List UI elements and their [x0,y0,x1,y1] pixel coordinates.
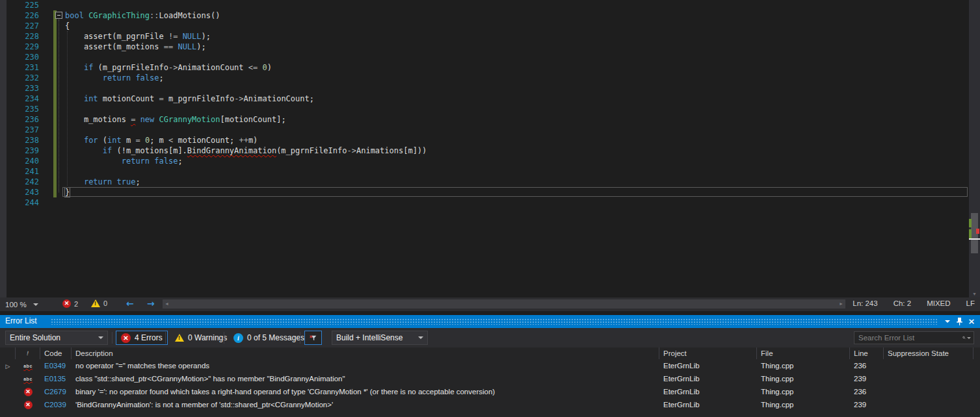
code-line-228[interactable]: 228 assert(m_pgrnFile != NULL); [0,31,980,42]
code-line-233[interactable]: 233 [0,83,980,94]
error-count-indicator[interactable]: 2 [62,299,78,308]
code-text: assert(m_motions == NULL); [65,42,206,52]
code-line-231[interactable]: 231 if (m_pgrnFileInfo->AnimationCount <… [0,62,980,73]
search-box[interactable] [854,331,974,344]
error-row[interactable]: E0135class "std::shared_ptr<CGrannyMotio… [0,372,980,385]
horizontal-scrollbar[interactable] [163,299,845,309]
code-editor[interactable]: 225226bool CGraphicThing::LoadMotions()2… [0,0,980,297]
code-text: return false; [65,156,183,166]
code-line-226[interactable]: 226bool CGraphicThing::LoadMotions() [0,10,980,21]
pin-icon[interactable] [954,316,964,327]
panel-title: Error List [5,316,37,325]
search-input[interactable] [854,334,962,342]
row-line: 239 [850,372,884,385]
error-code-link[interactable]: E0349 [44,362,66,370]
zoom-select[interactable]: 100 % [5,299,43,310]
status-encoding: MIXED [927,299,950,307]
header-project[interactable]: Project [659,348,757,359]
change-tracking-bar [53,10,57,197]
warnings-filter-label: 0 Warnings [188,333,227,342]
code-line-225[interactable]: 225 [0,0,980,10]
code-line-235[interactable]: 235 [0,104,980,114]
code-line-237[interactable]: 237 [0,125,980,135]
header-file[interactable]: File [757,348,850,359]
window-position-icon[interactable] [942,316,953,327]
code-line-234[interactable]: 234 int motionCount = m_pgrnFileInfo->An… [0,94,980,104]
code-text: return false; [65,73,164,83]
header-severity-column[interactable] [16,348,40,359]
errors-filter-button[interactable]: 4 Errors [116,331,168,345]
expand-triangle-icon[interactable] [6,362,10,370]
chevron-down-icon[interactable] [967,337,971,339]
code-line-240[interactable]: 240 return false; [0,156,980,166]
error-row[interactable]: E0349no operator "=" matches these opera… [0,359,980,372]
row-code[interactable]: E0349 [40,359,72,372]
source-filter-select[interactable]: Build + IntelliSense [332,331,428,345]
row-expand-toggle[interactable] [0,398,16,411]
code-line-242[interactable]: 242 return true; [0,177,980,187]
error-grid-header[interactable]: Code Description Project File Line Suppr… [0,348,980,359]
row-code[interactable]: E0135 [40,372,72,385]
line-number: 225 [0,0,39,10]
navigate-forward-icon[interactable]: → [147,298,155,309]
error-list-toolbar: Entire Solution 4 Errors 0 Warnings 0 of… [0,328,980,348]
messages-filter-button[interactable]: 0 of 5 Messages [229,331,309,345]
row-project: EterGrnLib [659,398,757,411]
code-line-244[interactable]: 244 [0,197,980,208]
code-line-229[interactable]: 229 assert(m_motions == NULL); [0,42,980,52]
header-description[interactable]: Description [72,348,659,359]
line-number: 244 [0,197,39,208]
chevron-down-icon [98,336,103,339]
navigate-back-icon[interactable]: ← [126,298,134,309]
row-file: Thing.cpp [757,359,850,372]
warning-count-indicator[interactable]: 0 [91,299,107,307]
error-row[interactable]: C2039'BindGrannyAnimation': is not a mem… [0,398,980,411]
scroll-left-arrow-icon[interactable] [165,301,169,306]
header-code[interactable]: Code [40,348,72,359]
code-line-239[interactable]: 239 if (!m_motions[m].BindGrannyAnimatio… [0,145,980,156]
scope-filter-select[interactable]: Entire Solution [5,331,108,345]
line-number: 238 [0,135,39,145]
line-number: 240 [0,156,39,166]
header-line[interactable]: Line [850,348,884,359]
collapse-region-icon[interactable] [55,12,62,19]
zoom-level: 100 % [5,301,27,309]
header-suppression-state[interactable]: Suppression State [884,348,973,359]
row-description: no operator "=" matches these operands [72,359,659,372]
line-number: 232 [0,73,39,83]
status-column: Ch: 2 [894,299,912,307]
line-number: 227 [0,21,39,31]
code-line-238[interactable]: 238 for (int m = 0; m < motionCount; ++m… [0,135,980,145]
row-code[interactable]: C2679 [40,385,72,398]
row-suppression-state [884,398,973,411]
code-text: if (m_pgrnFileInfo->AnimationCount <= 0) [65,62,272,73]
error-row[interactable]: C2679binary '=': no operator found which… [0,385,980,398]
code-line-227[interactable]: 227{ [0,21,980,31]
row-line: 239 [850,398,884,411]
error-list-title-bar[interactable]: Error List [0,315,980,328]
row-file: Thing.cpp [757,385,850,398]
code-line-241[interactable]: 241 [0,166,980,177]
warning-icon [175,334,184,342]
row-expand-toggle[interactable] [0,372,16,385]
error-code-link[interactable]: E0135 [44,375,66,383]
close-icon[interactable] [966,316,977,327]
line-number: 237 [0,125,39,135]
warnings-filter-button[interactable]: 0 Warnings [170,331,232,345]
row-expand-toggle[interactable] [0,385,16,398]
code-line-232[interactable]: 232 return false; [0,73,980,83]
code-text: for (int m = 0; m < motionCount; ++m) [65,135,258,145]
search-icon[interactable] [962,333,966,342]
toolbar-separator [300,332,300,344]
row-code[interactable]: C2039 [40,398,72,411]
vertical-scrollbar[interactable] [969,0,980,297]
scroll-down-arrow-icon[interactable] [969,292,980,296]
chevron-down-icon [33,303,38,306]
error-code-link[interactable]: C2039 [44,401,66,409]
code-line-236[interactable]: 236 m_motions = new CGrannyMotion[motion… [0,114,980,125]
code-line-230[interactable]: 230 [0,52,980,62]
row-expand-toggle[interactable] [0,359,16,372]
filter-button[interactable] [304,331,322,345]
row-severity [16,385,40,398]
error-code-link[interactable]: C2679 [44,388,66,396]
